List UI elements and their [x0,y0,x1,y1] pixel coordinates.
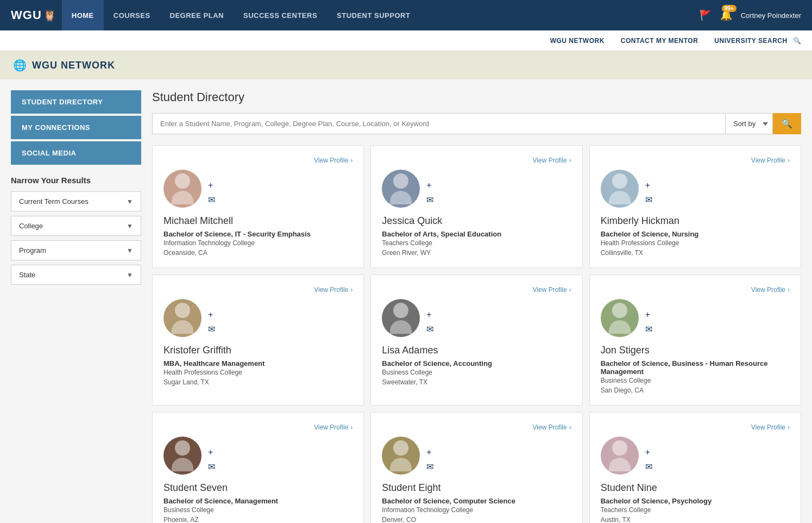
avatar-actions: + ✉ [645,170,652,205]
chevron-right-icon: › [788,424,790,431]
avatar-body [609,320,631,334]
send-mail-icon[interactable]: ✉ [208,324,215,334]
card-info: Kristofer Griffith MBA, Healthcare Manag… [163,345,353,386]
view-profile-link[interactable]: View Profile › [751,286,790,294]
avatar [601,170,639,208]
university-search-link[interactable]: UNIVERSITY SEARCH 🔍 [714,37,801,45]
card-top: View Profile › [163,424,353,431]
avatar [601,299,639,337]
nav-student-support[interactable]: STUDENT SUPPORT [327,0,420,30]
card-info: Jon Stigers Bachelor of Science, Busines… [601,345,790,394]
my-connections-button[interactable]: MY CONNECTIONS [11,116,141,139]
send-mail-icon[interactable]: ✉ [645,195,652,205]
search-button[interactable]: 🔍 [773,113,801,134]
avatar-silhouette [601,437,639,475]
chevron-right-icon: › [350,286,353,294]
sort-by-select[interactable]: Sort by [726,113,773,134]
nav-courses[interactable]: COURSES [104,0,160,30]
avatar-body [609,191,631,204]
view-profile-link[interactable]: View Profile › [314,157,353,164]
nav-home[interactable]: HOME [62,0,104,30]
add-connection-icon[interactable]: + [645,447,652,457]
college-filter[interactable]: College ▼ [11,216,141,236]
chevron-down-icon: ▼ [127,198,133,206]
avatar-silhouette [163,299,202,337]
avatar [382,170,420,208]
avatar-silhouette [163,437,202,475]
card-avatar-row: + ✉ [163,437,353,475]
avatar-silhouette [382,170,420,208]
state-filter[interactable]: State ▼ [11,265,141,285]
view-profile-label: View Profile [533,424,567,431]
student-location: Sugar Land, TX [163,378,353,386]
user-name[interactable]: Cortney Poindexter [741,11,801,20]
view-profile-link[interactable]: View Profile › [751,157,790,164]
student-degree: Bachelor of Arts, Special Education [382,230,571,238]
add-connection-icon[interactable]: + [208,310,215,320]
add-connection-icon[interactable]: + [208,180,215,190]
notification-bell-icon[interactable]: 🔔 99+ [720,9,732,21]
avatar-silhouette [601,170,639,208]
student-card: View Profile › + ✉ Student Eight Bachelo… [370,412,582,523]
current-term-courses-filter[interactable]: Current Term Courses ▼ [11,191,141,211]
nav-degree-plan[interactable]: DEGREE PLAN [160,0,234,30]
student-name: Lisa Adames [382,345,571,356]
send-mail-icon[interactable]: ✉ [645,462,652,472]
add-connection-icon[interactable]: + [426,180,433,190]
card-avatar-row: + ✉ [163,170,353,208]
student-degree: Bachelor of Science, Computer Science [382,497,571,505]
card-top: View Profile › [601,157,790,164]
student-degree: Bachelor of Science, IT - Security Empha… [163,230,353,238]
send-mail-icon[interactable]: ✉ [426,324,433,334]
logo-owl-icon: 🦉 [43,9,56,22]
view-profile-link[interactable]: View Profile › [533,424,571,431]
view-profile-label: View Profile [314,424,348,431]
avatar-silhouette [163,170,202,208]
contact-mentor-link[interactable]: CONTACT MY MENTOR [621,37,698,45]
avatar-body [172,320,193,334]
view-profile-link[interactable]: View Profile › [314,424,353,431]
avatar [163,170,202,208]
student-directory-button[interactable]: STUDENT DIRECTORY [11,90,141,114]
student-location: San Diego, CA [601,387,790,394]
student-degree: Bachelor of Science, Business - Human Re… [601,359,790,376]
student-college: Business College [163,506,353,514]
avatar-body [390,191,412,204]
send-mail-icon[interactable]: ✉ [645,324,652,334]
student-name: Jessica Quick [382,215,571,227]
view-profile-label: View Profile [533,157,567,164]
page-header: 🌐 WGU NETWORK [0,51,812,79]
social-media-button[interactable]: SOCIAL MEDIA [11,141,141,165]
view-profile-link[interactable]: View Profile › [314,286,353,294]
avatar-actions: + ✉ [645,437,652,472]
add-connection-icon[interactable]: + [645,180,652,190]
avatar-actions: + ✉ [208,299,215,334]
add-connection-icon[interactable]: + [426,447,433,457]
add-connection-icon[interactable]: + [208,447,215,457]
view-profile-label: View Profile [751,424,785,431]
send-mail-icon[interactable]: ✉ [208,462,215,472]
student-name: Michael Mitchell [163,215,353,227]
card-avatar-row: + ✉ [382,170,571,208]
send-mail-icon[interactable]: ✉ [426,462,433,472]
send-mail-icon[interactable]: ✉ [208,195,215,205]
view-profile-link[interactable]: View Profile › [533,286,571,294]
nav-success-centers[interactable]: SUCCESS CENTERS [234,0,327,30]
view-profile-link[interactable]: View Profile › [533,157,571,164]
send-mail-icon[interactable]: ✉ [426,195,433,205]
card-top: View Profile › [163,157,353,164]
student-card: View Profile › + ✉ Student Nine Bachelor… [589,412,801,523]
wgu-network-link[interactable]: WGU NETWORK [550,37,605,45]
card-info: Michael Mitchell Bachelor of Science, IT… [163,215,353,257]
add-connection-icon[interactable]: + [645,310,652,320]
search-input[interactable] [152,113,726,134]
view-profile-link[interactable]: View Profile › [751,424,790,431]
flag-icon[interactable]: 🚩 [700,9,712,21]
main-content: Student Directory Sort by 🔍 View Profile… [152,90,801,523]
add-connection-icon[interactable]: + [426,310,433,320]
chevron-right-icon: › [788,286,790,294]
program-filter[interactable]: Program ▼ [11,240,141,260]
logo[interactable]: WGU 🦉 [11,8,56,22]
student-college: Health Professions College [601,239,790,247]
chevron-right-icon: › [350,157,353,164]
